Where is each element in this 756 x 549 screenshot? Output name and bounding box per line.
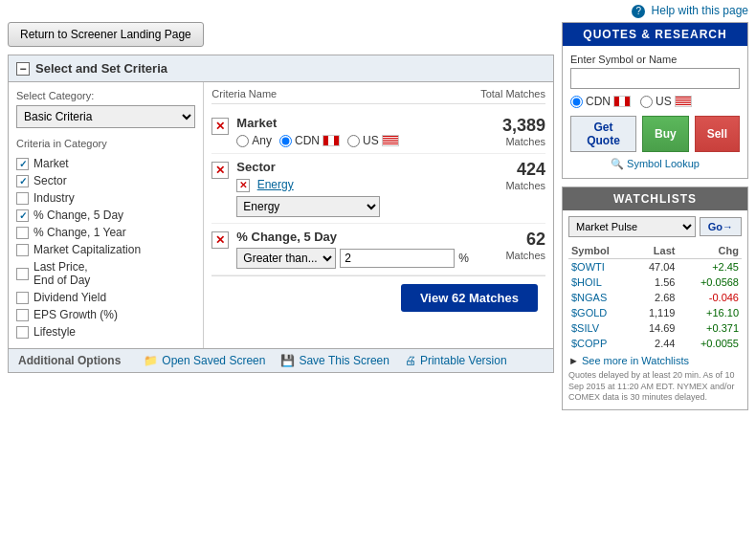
list-item[interactable]: Market <box>16 155 195 172</box>
list-item[interactable]: % Change, 5 Day <box>16 207 195 224</box>
wl-chg: +0.371 <box>678 320 742 336</box>
list-item[interactable]: Market Capitalization <box>16 241 195 258</box>
view-matches-bar: View 62 Matches <box>211 275 545 319</box>
sector-matches: 424 Matches <box>469 160 545 191</box>
list-item[interactable]: Dividend Yield <box>16 289 195 306</box>
quotes-research-box: QUOTES & RESEARCH Enter Symbol or Name C… <box>562 22 748 179</box>
col-total-matches: Total Matches <box>480 88 545 99</box>
table-row: $NGAS 2.68 -0.046 <box>568 290 742 305</box>
wl-disclaimer: Quotes delayed by at least 20 min. As of… <box>568 370 742 404</box>
see-more-watchlists: ► See more in Watchlists <box>568 355 742 366</box>
cdn-flag-icon <box>322 135 340 146</box>
wl-symbol[interactable]: $COPP <box>568 336 632 351</box>
wl-last: 2.44 <box>632 336 678 351</box>
wl-last: 14.69 <box>632 320 678 336</box>
criteria-content: Criteria Name Total Matches ✕ Market Any <box>204 82 553 348</box>
select-category-label: Select Category: <box>16 90 195 101</box>
list-item[interactable]: % Change, 1 Year <box>16 224 195 241</box>
table-row: $OWTI 47.04 +2.45 <box>568 259 742 275</box>
wl-chg: +0.0568 <box>678 274 742 290</box>
wl-title: WATCHLISTS <box>563 187 747 210</box>
checkbox-epsgrowth[interactable] <box>16 309 29 321</box>
market-title: Market <box>236 116 469 130</box>
buy-button[interactable]: Buy <box>642 116 689 152</box>
qr-cdn-flag <box>613 96 631 107</box>
wl-select-row: Market Pulse My Watchlist Go→ <box>568 216 742 237</box>
checkbox-pct1year[interactable] <box>16 227 29 239</box>
energy-link[interactable]: Energy <box>257 178 294 191</box>
return-button[interactable]: Return to Screener Landing Page <box>8 22 204 47</box>
pct-row-content: % Change, 5 Day Greater than... Less tha… <box>236 230 469 269</box>
checkbox-lifestyle[interactable] <box>16 326 29 339</box>
main-layout: Return to Screener Landing Page − Select… <box>0 22 756 410</box>
sector-row-content: Sector ✕ Energy Energy Financials Techno… <box>236 160 469 217</box>
sector-title: Sector <box>236 160 469 174</box>
remove-sector-button[interactable]: ✕ <box>211 162 229 179</box>
wl-symbol[interactable]: $GOLD <box>568 305 632 320</box>
table-row: $SILV 14.69 +0.371 <box>568 320 742 336</box>
remove-market-button[interactable]: ✕ <box>211 118 229 135</box>
see-more-link[interactable]: See more in Watchlists <box>582 355 689 366</box>
pct-title: % Change, 5 Day <box>236 230 469 244</box>
table-row: $HOIL 1.56 +0.0568 <box>568 274 742 290</box>
printable-link[interactable]: 🖨 Printable Version <box>405 354 507 367</box>
checkbox-sector[interactable] <box>16 175 29 187</box>
help-link[interactable]: Help with this page <box>652 4 748 17</box>
list-item[interactable]: Lifestyle <box>16 323 195 340</box>
checkbox-industry[interactable] <box>16 192 29 205</box>
sell-button[interactable]: Sell <box>695 116 740 152</box>
print-icon: 🖨 <box>405 354 416 367</box>
sector-matches-label: Matches <box>469 180 545 191</box>
wl-last: 47.04 <box>632 259 678 275</box>
wl-symbol[interactable]: $HOIL <box>568 274 632 290</box>
sector-dropdown[interactable]: Energy Financials Technology Healthcare … <box>236 196 380 217</box>
printable-label: Printable Version <box>420 354 507 367</box>
additional-options-label: Additional Options <box>18 354 121 367</box>
criteria-header: − Select and Set Criteria <box>9 55 553 82</box>
symbol-input[interactable] <box>570 68 740 89</box>
collapse-button[interactable]: − <box>16 62 30 76</box>
market-any-option[interactable]: Any <box>236 134 272 147</box>
remove-energy-filter[interactable]: ✕ <box>236 179 250 192</box>
checkbox-lastprice[interactable] <box>16 268 29 280</box>
checkbox-market[interactable] <box>16 158 29 170</box>
market-matches-num: 3,389 <box>469 116 545 136</box>
criteria-box: − Select and Set Criteria Select Categor… <box>8 55 554 349</box>
list-item[interactable]: Last Price,End of Day <box>16 258 195 289</box>
wl-symbol[interactable]: $OWTI <box>568 259 632 275</box>
watchlist-select[interactable]: Market Pulse My Watchlist <box>568 216 696 237</box>
remove-pct-button[interactable]: ✕ <box>211 231 229 249</box>
left-panel: Return to Screener Landing Page − Select… <box>8 22 554 410</box>
pct-operator-select[interactable]: Greater than... Less than... Between <box>236 248 336 269</box>
right-panel: QUOTES & RESEARCH Enter Symbol or Name C… <box>562 22 748 410</box>
list-item[interactable]: Industry <box>16 189 195 207</box>
view-matches-button[interactable]: View 62 Matches <box>401 284 538 312</box>
list-item[interactable]: Sector <box>16 172 195 189</box>
us-radio-option[interactable]: US <box>640 95 692 108</box>
checkbox-divyield[interactable] <box>16 292 29 304</box>
wl-symbol[interactable]: $SILV <box>568 320 632 336</box>
criteria-cols-header: Criteria Name Total Matches <box>211 88 545 104</box>
qr-title: QUOTES & RESEARCH <box>563 23 747 46</box>
wl-symbol[interactable]: $NGAS <box>568 290 632 305</box>
get-quote-button[interactable]: Get Quote <box>570 116 636 152</box>
symbol-lookup-link[interactable]: Symbol Lookup <box>627 158 700 169</box>
qr-buttons: Get Quote Buy Sell <box>570 116 740 152</box>
open-saved-screen-link[interactable]: 📁 Open Saved Screen <box>144 354 265 367</box>
market-cdn-option[interactable]: CDN <box>279 134 340 147</box>
market-row-content: Market Any CDN <box>236 116 469 147</box>
market-us-option[interactable]: US <box>347 134 399 147</box>
pct-value-input[interactable] <box>340 249 455 268</box>
checkbox-marketcap[interactable] <box>16 244 29 256</box>
list-item[interactable]: EPS Growth (%) <box>16 306 195 323</box>
category-select[interactable]: Basic Criteria Technical Criteria Fundam… <box>16 105 195 128</box>
save-screen-link[interactable]: 💾 Save This Screen <box>280 354 389 367</box>
cdn-radio-option[interactable]: CDN <box>570 95 631 108</box>
watchlist-go-button[interactable]: Go→ <box>700 217 742 236</box>
checkbox-pct5day[interactable] <box>16 209 29 222</box>
table-row: $GOLD 1,119 +16.10 <box>568 305 742 320</box>
sector-row: ✕ Sector ✕ Energy Energy Financials Tech… <box>211 154 545 224</box>
market-radio-group: Any CDN US <box>236 134 469 147</box>
symbol-lookup: 🔍 Symbol Lookup <box>570 158 740 170</box>
help-icon: ? <box>632 5 645 18</box>
